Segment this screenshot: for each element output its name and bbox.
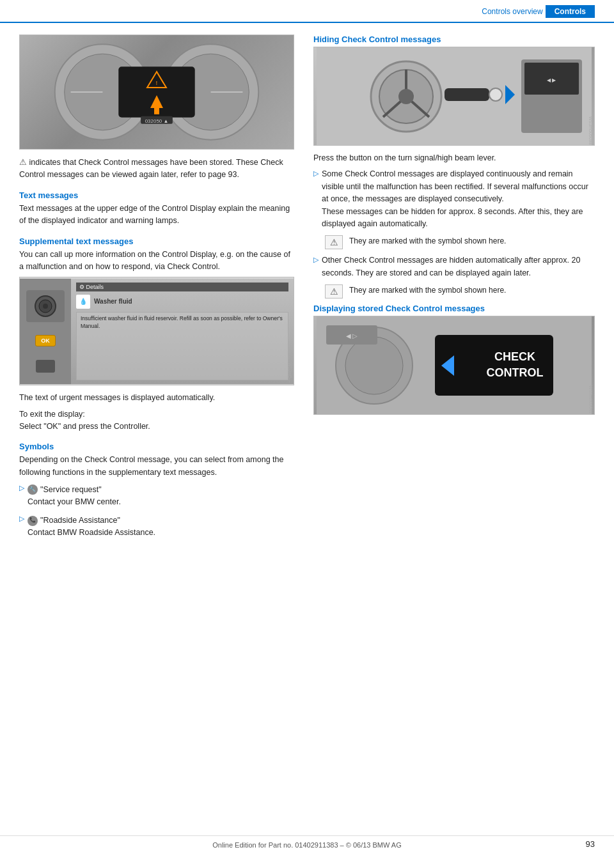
roadside-item: ▷ 📞 "Roadside Assistance" Contact BMW Ro… <box>19 513 294 539</box>
service-request-item: ▷ 🔧 "Service request" Contact your BMW c… <box>19 483 294 508</box>
svg-point-24 <box>489 88 502 101</box>
right-column: Hiding Check Control messages <box>313 35 595 545</box>
details-right-panel: ⚙ Details 💧 Washer fluid Insufficient wa… <box>71 279 294 384</box>
check-control-image: ◀ ▷ CHECK CONTROL WS3m502041 <box>313 316 595 415</box>
svg-text:!: ! <box>156 79 158 86</box>
header-bar: Controls overview Controls <box>0 0 614 23</box>
bullet-tri-right-1: ▷ <box>313 169 319 178</box>
watermark-check-control: WS3m502041 <box>588 385 593 414</box>
text-messages-heading: Text messages <box>19 190 294 200</box>
steering-image: ◀ ▶ WS3m505098 <box>313 47 595 146</box>
service-icon: 🔧 <box>28 484 38 495</box>
svg-point-31 <box>345 337 403 394</box>
svg-text:◀ ▶: ◀ ▶ <box>547 77 556 83</box>
bullet-2-content: Other Check Control messages are hidden … <box>322 254 595 279</box>
hiding-body: Press the button on the turn signal/high… <box>313 152 595 164</box>
watermark-details: WS3m5— <box>288 362 292 383</box>
svg-point-15 <box>43 304 48 309</box>
supplemental-body: You can call up more information on the … <box>19 249 294 274</box>
exit-text: To exit the display: Select "OK" and pre… <box>19 408 294 433</box>
bullet-triangle-2: ▷ <box>19 515 24 523</box>
sym-2-text: They are marked with the symbol shown he… <box>349 284 506 297</box>
instrument-cluster-image: ! 032050 ▲ WS305104ps <box>19 35 294 150</box>
details-title-bar: ⚙ Details <box>76 283 288 291</box>
details-title-text: ⚙ Details <box>79 284 104 290</box>
left-column: ! 032050 ▲ WS305104ps ⚠ indicates that C… <box>19 35 294 545</box>
washer-label: Washer fluid <box>94 298 132 305</box>
hiding-heading: Hiding Check Control messages <box>313 35 595 44</box>
sym-1-text: They are marked with the symbol shown he… <box>349 235 506 247</box>
svg-rect-8 <box>154 108 159 114</box>
warning-triangle-sym-1: ⚠ <box>330 237 338 247</box>
symbol-row-2: ⚠ They are marked with the symbol shown … <box>325 284 595 298</box>
svg-text:◀ ▷: ◀ ▷ <box>346 332 358 339</box>
warning-triangle-sym-2: ⚠ <box>330 286 338 297</box>
auto-display-text: The text of urgent messages is displayed… <box>19 392 294 404</box>
bullet-1-content: Some Check Control messages are displaye… <box>322 168 595 230</box>
warning-symbol-box-2: ⚠ <box>325 284 343 298</box>
svg-point-22 <box>398 89 414 104</box>
bottom-control <box>36 360 55 373</box>
bullet-2-item: ▷ Other Check Control messages are hidde… <box>313 254 595 279</box>
roadside-content: 📞 "Roadside Assistance" Contact BMW Road… <box>28 513 155 539</box>
footer-text: Online Edition for Part no. 01402911383 … <box>212 841 402 849</box>
svg-text:CHECK: CHECK <box>494 350 535 363</box>
bullet-triangle-1: ▷ <box>19 484 24 492</box>
watermark-left: WS305104ps <box>288 121 292 148</box>
warning-paragraph: ⚠ indicates that Check Control messages … <box>19 156 294 182</box>
watermark-right-top: WS3m505098 <box>588 116 593 144</box>
text-messages-body: Text messages at the upper edge of the C… <box>19 203 294 228</box>
warning-triangle-icon: ⚠ <box>19 156 27 169</box>
bullet-tri-right-2: ▷ <box>313 256 319 264</box>
svg-text:032050 ▲: 032050 ▲ <box>145 118 169 124</box>
svg-rect-23 <box>445 88 489 101</box>
ok-button[interactable]: OK <box>35 335 56 346</box>
symbol-row-1: ⚠ They are marked with the symbol shown … <box>325 235 595 249</box>
symbols-heading: Symbols <box>19 442 294 451</box>
symbols-body: Depending on the Check Control message, … <box>19 454 294 479</box>
details-image: OK ⚙ Details 💧 Washer fluid Insufficient… <box>19 277 294 385</box>
details-text-box: Insufficient washer fluid in fluid reser… <box>76 312 288 380</box>
breadcrumb-active: Controls <box>546 5 595 18</box>
bullet-1-item: ▷ Some Check Control messages are displa… <box>313 168 595 230</box>
warning-symbol-box-1: ⚠ <box>325 235 343 249</box>
service-request-content: 🔧 "Service request" Contact your BMW cen… <box>28 483 121 508</box>
main-content: ! 032050 ▲ WS305104ps ⚠ indicates that C… <box>0 23 614 564</box>
svg-text:CONTROL: CONTROL <box>487 366 544 379</box>
page-number: 93 <box>586 839 595 849</box>
roadside-icon: 📞 <box>28 516 38 526</box>
footer: Online Edition for Part no. 01402911383 … <box>0 835 614 849</box>
details-left-panel: OK <box>20 279 71 384</box>
breadcrumb-inactive: Controls overview <box>482 7 542 16</box>
displaying-heading: Displaying stored Check Control messages <box>313 304 595 313</box>
details-panel-graphic <box>26 290 65 322</box>
washer-icon: 💧 <box>76 295 90 309</box>
washer-row: 💧 Washer fluid <box>76 295 288 309</box>
supplemental-heading: Supplemental text messages <box>19 236 294 246</box>
